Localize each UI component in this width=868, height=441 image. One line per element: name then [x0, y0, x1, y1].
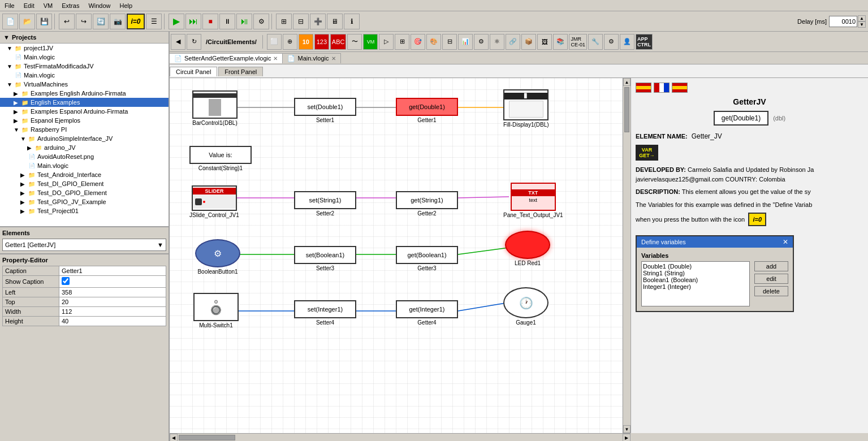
element-button[interactable]: ⊕: [283, 34, 297, 50]
save-button[interactable]: 💾: [36, 14, 52, 29]
var-double1[interactable]: Double1 (Double): [643, 263, 748, 270]
tree-avoid-reset[interactable]: 📄 AvoidAutoReset.png: [0, 152, 169, 161]
collapse-arduino-jv[interactable]: ▶: [27, 145, 34, 151]
grid-view-button[interactable]: ⊟: [442, 34, 457, 50]
tree-raspberry[interactable]: ▼ 📁 Raspberry PI: [0, 125, 169, 134]
scroll-h-right[interactable]: ▶: [623, 434, 631, 441]
canvas-scroll-h[interactable]: ◀ ▶: [170, 433, 631, 441]
collapse-arduino-simple[interactable]: ▼: [20, 136, 27, 142]
element-setter4[interactable]: set(Integer1) Setter4: [294, 300, 356, 326]
element-pane-text[interactable]: TXT text Pane_Text_Output_JV1: [503, 183, 563, 218]
menu-extras[interactable]: Extras: [57, 1, 84, 10]
element-gauge[interactable]: 🕐 Gauge1: [503, 287, 549, 326]
tab-close-setter-getter[interactable]: ✕: [273, 55, 278, 62]
connect-button[interactable]: 🔗: [506, 34, 520, 50]
project-tree[interactable]: ▼ 📁 project1JV 📄 Main.vlogic ▼ 📁 TestFir…: [0, 44, 169, 227]
scroll-h-thumb[interactable]: [179, 435, 235, 440]
menu-vm[interactable]: VM: [39, 1, 58, 10]
var-integer1[interactable]: Integer1 (Integer): [643, 283, 748, 290]
step-button[interactable]: ⏯: [236, 14, 252, 29]
color-button[interactable]: 🎨: [426, 34, 441, 50]
back-button[interactable]: ◀: [171, 34, 185, 50]
pause-button[interactable]: ⏸: [219, 14, 235, 29]
terminal-button[interactable]: 🖥: [327, 14, 343, 29]
collapse-eng-examples[interactable]: ▶: [14, 100, 20, 106]
element-setter1[interactable]: set(Double1) Setter1: [294, 98, 356, 123]
tree-test-project01[interactable]: ▶ 📁 Test_Project01: [0, 206, 169, 215]
run-step-button[interactable]: ⏭: [185, 14, 201, 29]
prop-val-height[interactable]: 40: [59, 316, 166, 326]
number-button[interactable]: 10: [299, 34, 313, 50]
elements-dropdown[interactable]: Getter1 [GetterJV] ▼: [2, 239, 166, 251]
var-boolean1[interactable]: Boolean1 (Boolean): [643, 276, 748, 283]
canvas-scroll-v[interactable]: ▲ ▼: [623, 78, 631, 433]
abc-button[interactable]: ABC: [330, 34, 347, 50]
prop-val-top[interactable]: 20: [59, 297, 166, 306]
refresh-button[interactable]: 🔄: [93, 14, 109, 29]
screenshot-button[interactable]: 📷: [110, 14, 126, 29]
collapse-test-project01[interactable]: ▶: [20, 208, 27, 214]
tree-arduino-jv[interactable]: ▶ 📁 arduino_JV: [0, 143, 169, 152]
element-getter2[interactable]: get(String1) Getter2: [396, 191, 458, 217]
element-setter3[interactable]: set(Boolean1) Setter3: [294, 246, 356, 271]
element-jslide[interactable]: SLIDER JSlide_Control_JV1: [189, 185, 239, 218]
atom-button[interactable]: ⚛: [490, 34, 504, 50]
menu-edit[interactable]: Edit: [19, 1, 39, 10]
delay-down[interactable]: ▼: [858, 21, 866, 28]
element-constant1[interactable]: Value is: Constant(String)1: [189, 146, 252, 171]
vm-button[interactable]: VM: [363, 34, 378, 50]
element-bar-control[interactable]: BarControl1(DBL): [192, 90, 237, 126]
prop-val-showcaption[interactable]: [59, 275, 166, 287]
prop-val-caption[interactable]: Getter1: [59, 266, 166, 275]
panel-tab-front[interactable]: Front Panel: [218, 67, 263, 76]
tree-test-android[interactable]: ▶ 📁 Test_Android_Interface: [0, 170, 169, 179]
dialog-delete-button[interactable]: delete: [754, 286, 788, 296]
element-bool-btn[interactable]: ⚙ BooleanButton1: [195, 239, 240, 275]
gear2-button[interactable]: ⚙: [604, 34, 619, 50]
list-button[interactable]: ☰: [146, 14, 162, 29]
scroll-v-thumb[interactable]: [624, 87, 629, 132]
collapse-vms[interactable]: ▼: [7, 81, 14, 88]
element-fill-display[interactable]: ▊ Fill-Display1(DBL): [503, 89, 549, 128]
element-getter4[interactable]: get(Integer1) Getter4: [396, 300, 458, 326]
prop-val-width[interactable]: 112: [59, 306, 166, 316]
element-getter1[interactable]: get(Double1) Getter1: [396, 98, 458, 123]
dialog-close-button[interactable]: ✕: [783, 238, 788, 246]
book-button[interactable]: 📚: [553, 34, 568, 50]
grid-button[interactable]: ⊞: [276, 14, 292, 29]
jmr-button[interactable]: JMRCE-01: [569, 34, 587, 50]
person-button[interactable]: 👤: [620, 34, 634, 50]
new-button[interactable]: 📄: [2, 14, 18, 29]
tree-test-do[interactable]: ▶ 📁 Test_DO_GPIO_Element: [0, 188, 169, 197]
tree-test-gpio-jv[interactable]: ▶ 📁 Test_GPIO_JV_Example: [0, 197, 169, 206]
element-getter3[interactable]: get(Boolean1) Getter3: [396, 246, 458, 271]
delay-up[interactable]: ▲: [858, 15, 866, 21]
dialog-vars-list[interactable]: Double1 (Double) String1 (String) Boolea…: [641, 261, 750, 306]
collapse-project1jv[interactable]: ▼: [7, 45, 14, 51]
prop-val-left[interactable]: 358: [59, 287, 166, 297]
collapse-testfirmata[interactable]: ▼: [7, 63, 14, 70]
collapse-test-do[interactable]: ▶: [20, 190, 27, 196]
scroll-v-down[interactable]: ▼: [623, 425, 631, 433]
dialog-add-button[interactable]: add: [754, 261, 788, 271]
tree-eng-arduino[interactable]: ▶ 📁 Examples English Arduino-Firmata: [0, 89, 169, 98]
i0-button[interactable]: i=0: [127, 14, 145, 29]
compile-button[interactable]: ⚙: [253, 14, 269, 29]
collapse-test-android[interactable]: ▶: [20, 172, 27, 178]
var-string1[interactable]: String1 (String): [643, 270, 748, 276]
projects-collapse-icon[interactable]: ▼: [3, 34, 10, 41]
collapse-test-di[interactable]: ▶: [20, 181, 27, 187]
forward-button[interactable]: ▷: [379, 34, 394, 50]
info-button[interactable]: ℹ: [344, 14, 360, 29]
delay-input[interactable]: [829, 16, 857, 27]
element-led-red[interactable]: LED Red1: [505, 231, 550, 266]
tree-project1jv[interactable]: ▼ 📁 project1JV: [0, 44, 169, 53]
element-multi-switch[interactable]: ⚙ 🔘 Multi-Switch1: [193, 293, 239, 328]
arrow-button[interactable]: ➕: [310, 14, 326, 29]
tree-test-di[interactable]: ▶ 📁 Test_DI_GPIO_Element: [0, 179, 169, 188]
scroll-h-left[interactable]: ◀: [170, 434, 178, 441]
tree-arduino-simple[interactable]: ▼ 📁 ArduinoSimpleInterface_JV: [0, 134, 169, 143]
show-caption-checkbox[interactable]: [62, 277, 70, 285]
package-button[interactable]: 📦: [521, 34, 536, 50]
collapse-esp-arduino[interactable]: ▶: [14, 109, 20, 115]
